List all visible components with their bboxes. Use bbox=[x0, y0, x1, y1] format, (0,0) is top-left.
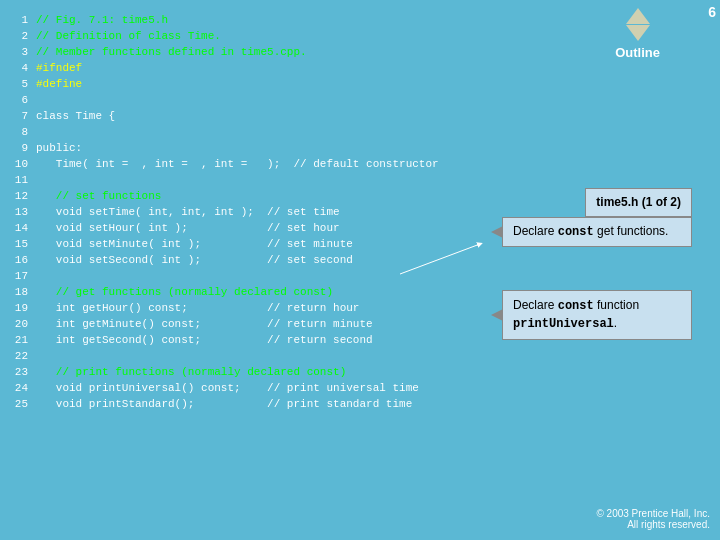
line-num-7: 7 bbox=[4, 108, 28, 124]
tooltip-const-get: Declare const get functions. bbox=[502, 217, 692, 247]
tooltip-printuniversal: Declare const function printUniversal. bbox=[502, 290, 692, 340]
tooltip-pu-dot: . bbox=[614, 316, 617, 330]
code-line-1: 1 // Fig. 7.1: time5.h bbox=[4, 12, 712, 28]
tooltip-pu-funcname: printUniversal bbox=[513, 317, 614, 331]
code-line-5: 5 #define bbox=[4, 76, 712, 92]
code-line-8: 8 bbox=[4, 124, 712, 140]
code-text-7: class Time { bbox=[36, 108, 115, 124]
main-content: 6 Outline 1 // Fig. 7.1: time5.h 2 // De… bbox=[0, 0, 720, 540]
tooltip-title: time5.h (1 of 2) bbox=[585, 188, 692, 217]
line-num-13: 13 bbox=[4, 204, 28, 220]
code-line-22: 22 bbox=[4, 348, 712, 364]
line-num-1: 1 bbox=[4, 12, 28, 28]
line-num-9: 9 bbox=[4, 140, 28, 156]
code-text-23: // print functions (normally declared co… bbox=[36, 364, 346, 380]
code-line-16: 16 void setSecond( int ); // set second bbox=[4, 252, 712, 268]
line-num-17: 17 bbox=[4, 268, 28, 284]
line-num-16: 16 bbox=[4, 252, 28, 268]
outline-panel: Outline bbox=[615, 8, 660, 60]
line-num-5: 5 bbox=[4, 76, 28, 92]
outline-arrows bbox=[626, 8, 650, 41]
code-text-15: void setMinute( int ); // set minute bbox=[36, 236, 353, 252]
tooltip-title-text: time5.h (1 of 2) bbox=[596, 195, 681, 209]
code-line-9: 9 public: bbox=[4, 140, 712, 156]
code-line-4: 4 #ifndef bbox=[4, 60, 712, 76]
line-num-10: 10 bbox=[4, 156, 28, 172]
code-text-9: public: bbox=[36, 140, 82, 156]
code-line-17: 17 bbox=[4, 268, 712, 284]
copyright-line2: All rights reserved. bbox=[596, 519, 710, 530]
tooltip-const-get-suffix: get functions. bbox=[594, 224, 669, 238]
tooltip-arrow-left-2 bbox=[491, 309, 503, 321]
outline-down-arrow[interactable] bbox=[626, 25, 650, 41]
code-text-16: void setSecond( int ); // set second bbox=[36, 252, 353, 268]
line-num-18: 18 bbox=[4, 284, 28, 300]
code-line-11: 11 bbox=[4, 172, 712, 188]
copyright: © 2003 Prentice Hall, Inc. All rights re… bbox=[596, 508, 710, 530]
line-num-11: 11 bbox=[4, 172, 28, 188]
code-line-25: 25 void printStandard(); // print standa… bbox=[4, 396, 712, 412]
code-line-7: 7 class Time { bbox=[4, 108, 712, 124]
line-num-25: 25 bbox=[4, 396, 28, 412]
line-num-15: 15 bbox=[4, 236, 28, 252]
line-num-12: 12 bbox=[4, 188, 28, 204]
code-text-12: // set functions bbox=[36, 188, 161, 204]
line-num-2: 2 bbox=[4, 28, 28, 44]
code-line-24: 24 void printUniversal() const; // print… bbox=[4, 380, 712, 396]
line-num-4: 4 bbox=[4, 60, 28, 76]
line-num-19: 19 bbox=[4, 300, 28, 316]
tooltip-pu-prefix: Declare bbox=[513, 298, 558, 312]
code-text-2: // Definition of class Time. bbox=[36, 28, 221, 44]
line-num-8: 8 bbox=[4, 124, 28, 140]
code-text-21: int getSecond() const; // return second bbox=[36, 332, 373, 348]
tooltip-pu-suffix: function bbox=[594, 298, 639, 312]
copyright-line1: © 2003 Prentice Hall, Inc. bbox=[596, 508, 710, 519]
code-line-10: 10 Time( int = , int = , int = ); // def… bbox=[4, 156, 712, 172]
line-num-6: 6 bbox=[4, 92, 28, 108]
code-text-3: // Member functions defined in time5.cpp… bbox=[36, 44, 307, 60]
code-text-24: void printUniversal() const; // print un… bbox=[36, 380, 419, 396]
outline-up-arrow[interactable] bbox=[626, 8, 650, 24]
tooltip-printuniversal-line2: printUniversal. bbox=[513, 315, 681, 333]
code-text-5: #define bbox=[36, 76, 82, 92]
code-text-1: // Fig. 7.1: time5.h bbox=[36, 12, 168, 28]
line-num-3: 3 bbox=[4, 44, 28, 60]
line-num-23: 23 bbox=[4, 364, 28, 380]
tooltip-const-get-prefix: Declare bbox=[513, 224, 558, 238]
code-line-3: 3 // Member functions defined in time5.c… bbox=[4, 44, 712, 60]
line-num-21: 21 bbox=[4, 332, 28, 348]
tooltip-const-get-code: const bbox=[558, 225, 594, 239]
tooltip-printuniversal-line1: Declare const function bbox=[513, 297, 681, 315]
line-num-20: 20 bbox=[4, 316, 28, 332]
code-text-10: Time( int = , int = , int = ); // defaul… bbox=[36, 156, 439, 172]
code-line-23: 23 // print functions (normally declared… bbox=[4, 364, 712, 380]
code-line-6: 6 bbox=[4, 92, 712, 108]
line-num-24: 24 bbox=[4, 380, 28, 396]
tooltip-pu-const: const bbox=[558, 299, 594, 313]
slide-number: 6 bbox=[708, 4, 716, 20]
code-text-18: // get functions (normally declared cons… bbox=[36, 284, 333, 300]
code-text-13: void setTime( int, int, int ); // set ti… bbox=[36, 204, 340, 220]
line-num-14: 14 bbox=[4, 220, 28, 236]
line-num-22: 22 bbox=[4, 348, 28, 364]
tooltip-arrow-left-1 bbox=[491, 226, 503, 238]
code-text-20: int getMinute() const; // return minute bbox=[36, 316, 373, 332]
code-text-14: void setHour( int ); // set hour bbox=[36, 220, 340, 236]
code-line-2: 2 // Definition of class Time. bbox=[4, 28, 712, 44]
code-text-25: void printStandard(); // print standard … bbox=[36, 396, 412, 412]
code-text-19: int getHour() const; // return hour bbox=[36, 300, 359, 316]
code-text-4: #ifndef bbox=[36, 60, 82, 76]
outline-label: Outline bbox=[615, 45, 660, 60]
